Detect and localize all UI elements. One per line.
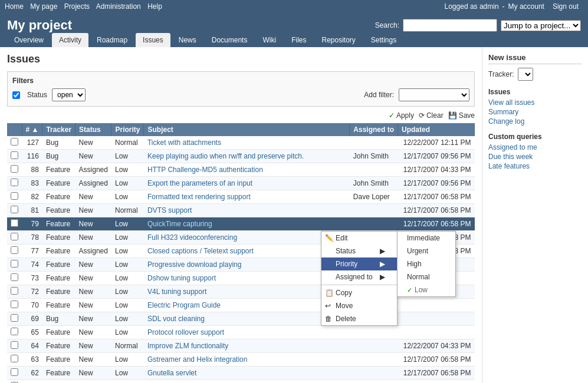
row-checkbox[interactable]: [11, 206, 18, 213]
col-updated[interactable]: Updated: [398, 123, 475, 136]
table-row[interactable]: 69 Bug New Low SDL vout cleaning: [7, 312, 475, 326]
save-button[interactable]: 💾 Save: [448, 111, 475, 120]
table-row[interactable]: 127 Bug New Normal Ticket with attachmen…: [7, 136, 475, 150]
tracker-select[interactable]: [518, 68, 533, 81]
table-row[interactable]: 81 Feature New Normal DVTS support 12/17…: [7, 204, 475, 217]
nav-sign-out[interactable]: Sign out: [553, 2, 579, 11]
context-copy[interactable]: 📋 Copy: [321, 286, 397, 299]
row-checkbox[interactable]: [11, 273, 18, 281]
row-checkbox[interactable]: [11, 246, 18, 254]
view-all-issues-link[interactable]: View all issues: [488, 98, 582, 107]
col-assigned[interactable]: Assigned to: [350, 123, 398, 136]
context-move[interactable]: ↩ Move: [321, 299, 397, 312]
nav-my-account[interactable]: My account: [508, 2, 544, 11]
col-tracker[interactable]: Tracker: [42, 123, 75, 136]
issue-link[interactable]: DVTS support: [147, 206, 192, 214]
tab-roadmap[interactable]: Roadmap: [90, 33, 134, 47]
row-checkbox[interactable]: [11, 314, 18, 322]
table-row[interactable]: 63 Feature New Low Gstreamer and Helix i…: [7, 353, 475, 367]
tab-wiki[interactable]: Wiki: [255, 33, 283, 47]
issue-link[interactable]: V4L tuning support: [147, 288, 206, 296]
context-delete[interactable]: 🗑 Delete: [321, 312, 397, 325]
tab-issues[interactable]: Issues: [136, 33, 170, 47]
query-due-this-week[interactable]: Due this week: [488, 153, 582, 161]
row-checkbox[interactable]: [11, 138, 18, 146]
table-row[interactable]: 62 Feature New Low Gnutella servlet 12/1…: [7, 367, 475, 380]
apply-button[interactable]: ✓ Apply: [389, 111, 414, 120]
table-row[interactable]: 116 Bug New Low Keep playing audio when …: [7, 150, 475, 163]
context-assigned-to[interactable]: Assigned to ▶: [321, 270, 397, 283]
add-filter-select[interactable]: [399, 88, 469, 101]
clear-button[interactable]: ⟳ Clear: [419, 111, 444, 120]
tab-settings[interactable]: Settings: [364, 33, 403, 47]
priority-normal[interactable]: Normal: [398, 270, 455, 283]
priority-urgent[interactable]: Urgent: [398, 245, 455, 257]
tab-overview[interactable]: Overview: [7, 33, 51, 47]
nav-mypage[interactable]: My page: [30, 2, 57, 11]
row-checkbox[interactable]: [11, 151, 18, 159]
context-priority[interactable]: Priority ▶: [321, 257, 397, 270]
priority-low[interactable]: ✓ Low: [398, 283, 455, 296]
row-checkbox[interactable]: [11, 328, 18, 335]
row-checkbox[interactable]: [11, 192, 18, 200]
issue-link[interactable]: HTTP Challenge-MD5 authentication: [147, 166, 263, 174]
row-checkbox[interactable]: [11, 341, 18, 349]
row-checkbox[interactable]: [11, 219, 18, 227]
priority-high[interactable]: High: [398, 257, 455, 270]
nav-administration[interactable]: Administration: [96, 2, 141, 11]
issue-link[interactable]: Improve ZLM functionality: [147, 342, 228, 350]
table-row[interactable]: 83 Feature Assigned Low Export the param…: [7, 177, 475, 190]
row-checkbox[interactable]: [11, 368, 18, 376]
query-late-features[interactable]: Late features: [488, 162, 582, 170]
issue-link[interactable]: Keep playing audio when rw/ff and preser…: [147, 152, 304, 160]
nav-help[interactable]: Help: [147, 2, 162, 11]
table-row[interactable]: 82 Feature New Low Formatted text render…: [7, 190, 475, 204]
row-checkbox[interactable]: [11, 179, 18, 186]
query-assigned-to-me[interactable]: Assigned to me: [488, 143, 582, 151]
row-checkbox[interactable]: [11, 233, 18, 240]
issue-link[interactable]: Gstreamer and Helix integration: [147, 355, 247, 364]
issue-link[interactable]: SDL vout cleaning: [147, 315, 205, 323]
issue-link[interactable]: Closed captions / Teletext support: [147, 247, 254, 255]
row-checkbox[interactable]: [11, 260, 18, 268]
tab-files[interactable]: Files: [284, 33, 313, 47]
col-id[interactable]: # ▲: [22, 123, 42, 136]
context-status[interactable]: Status ▶: [321, 245, 397, 257]
issue-link[interactable]: Full H323 videoconferencing: [147, 233, 237, 242]
col-subject[interactable]: Subject: [144, 123, 350, 136]
issue-link[interactable]: Progressive download playing: [147, 260, 241, 269]
tab-activity[interactable]: Activity: [52, 33, 88, 47]
row-checkbox[interactable]: [11, 355, 18, 362]
status-filter-checkbox[interactable]: [12, 91, 20, 99]
nav-projects[interactable]: Projects: [64, 2, 90, 11]
issue-link[interactable]: QuickTime capturing: [147, 220, 212, 228]
nav-home[interactable]: Home: [5, 2, 24, 11]
tab-news[interactable]: News: [172, 33, 203, 47]
col-priority[interactable]: Priority: [111, 123, 144, 136]
issue-link[interactable]: Gnutella servlet: [147, 369, 196, 377]
tab-documents[interactable]: Documents: [205, 33, 255, 47]
table-row[interactable]: 59 Feature New Low Finalization of Pocke…: [7, 380, 475, 384]
summary-link[interactable]: Summary: [488, 108, 582, 116]
priority-immediate[interactable]: Immediate: [398, 232, 455, 245]
col-status[interactable]: Status: [75, 123, 111, 136]
jump-to-project[interactable]: Jump to a project...: [501, 20, 581, 31]
issue-link[interactable]: Electric Program Guide: [147, 301, 221, 309]
table-row[interactable]: 79 Feature New Low QuickTime capturing 1…: [7, 217, 475, 231]
issue-link[interactable]: Export the parameters of an input: [147, 179, 252, 187]
status-select[interactable]: open: [52, 88, 86, 101]
search-input[interactable]: [403, 19, 497, 32]
row-checkbox[interactable]: [11, 287, 18, 295]
issue-link[interactable]: Dshow tuning support: [147, 274, 216, 282]
table-row[interactable]: 65 Feature New Low Protocol rollover sup…: [7, 326, 475, 339]
issue-link[interactable]: Ticket with attachments: [147, 138, 221, 147]
row-checkbox[interactable]: [11, 165, 18, 173]
row-checkbox[interactable]: [11, 301, 18, 308]
context-edit[interactable]: ✏️ Edit: [321, 232, 397, 245]
table-row[interactable]: 70 Feature New Low Electric Program Guid…: [7, 299, 475, 312]
issue-link[interactable]: Formatted text rendering support: [147, 193, 251, 201]
tab-repository[interactable]: Repository: [314, 33, 362, 47]
table-row[interactable]: 64 Feature New Normal Improve ZLM functi…: [7, 339, 475, 353]
issue-link[interactable]: Protocol rollover support: [147, 328, 224, 336]
table-row[interactable]: 88 Feature Assigned Low HTTP Challenge-M…: [7, 163, 475, 177]
